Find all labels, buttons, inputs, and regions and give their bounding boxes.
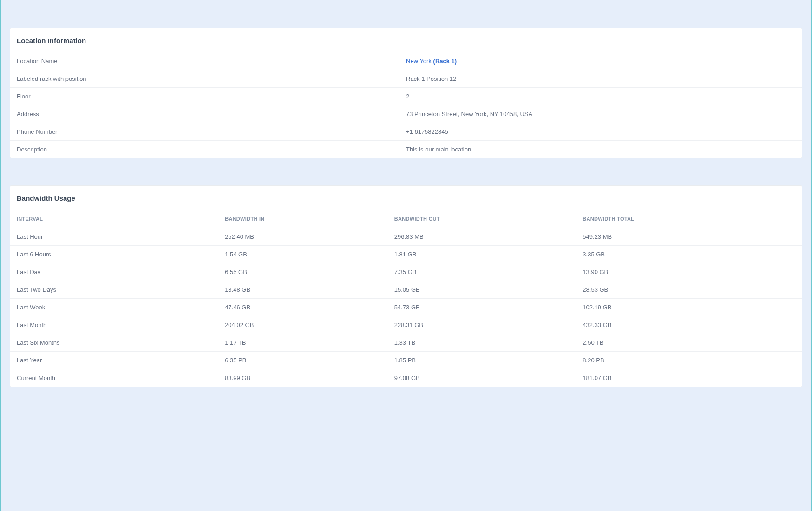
description-value: This is our main location <box>406 141 802 158</box>
bw-cell-out: 97.08 GB <box>388 369 576 387</box>
bandwidth-table: INTERVAL BANDWIDTH IN BANDWIDTH OUT BAND… <box>10 210 802 387</box>
header-interval: INTERVAL <box>10 210 218 228</box>
location-row: Address 73 Princeton Street, New York, N… <box>10 105 802 123</box>
bw-cell-in: 204.02 GB <box>218 316 388 334</box>
header-in: BANDWIDTH IN <box>218 210 388 228</box>
bw-cell-interval: Last Year <box>10 352 218 369</box>
address-value: 73 Princeton Street, New York, NY 10458,… <box>406 105 802 123</box>
bw-cell-interval: Last 6 Hours <box>10 246 218 263</box>
location-name-value: New York (Rack 1) <box>406 52 802 70</box>
floor-label: Floor <box>10 88 406 105</box>
labeled-rack-value: Rack 1 Position 12 <box>406 70 802 87</box>
bw-cell-total: 13.90 GB <box>576 263 802 281</box>
location-name-link[interactable]: New York <box>406 58 432 65</box>
bw-cell-interval: Last Week <box>10 299 218 316</box>
bw-cell-total: 432.33 GB <box>576 316 802 334</box>
bw-cell-out: 1.81 GB <box>388 246 576 263</box>
header-total: BANDWIDTH TOTAL <box>576 210 802 228</box>
bw-cell-in: 47.46 GB <box>218 299 388 316</box>
bw-cell-interval: Last Six Months <box>10 334 218 351</box>
table-row: Last 6 Hours1.54 GB1.81 GB3.35 GB <box>10 246 802 263</box>
location-row: Labeled rack with position Rack 1 Positi… <box>10 70 802 88</box>
table-row: Last Day6.55 GB7.35 GB13.90 GB <box>10 263 802 281</box>
bw-cell-interval: Current Month <box>10 369 218 387</box>
table-row: Last Month204.02 GB228.31 GB432.33 GB <box>10 316 802 334</box>
bw-cell-out: 1.85 PB <box>388 352 576 369</box>
location-name-label: Location Name <box>10 52 406 70</box>
bw-cell-out: 7.35 GB <box>388 263 576 281</box>
bw-cell-in: 1.17 TB <box>218 334 388 351</box>
bw-cell-interval: Last Month <box>10 316 218 334</box>
bw-cell-out: 15.05 GB <box>388 281 576 298</box>
bandwidth-panel-title: Bandwidth Usage <box>17 194 795 202</box>
labeled-rack-label: Labeled rack with position <box>10 70 406 87</box>
header-out: BANDWIDTH OUT <box>388 210 576 228</box>
address-label: Address <box>10 105 406 123</box>
bw-cell-out: 1.33 TB <box>388 334 576 351</box>
location-info-table: Location Name New York (Rack 1) Labeled … <box>10 52 802 158</box>
bw-cell-total: 28.53 GB <box>576 281 802 298</box>
bw-cell-out: 228.31 GB <box>388 316 576 334</box>
bw-cell-total: 3.35 GB <box>576 246 802 263</box>
table-row: Last Year6.35 PB1.85 PB8.20 PB <box>10 352 802 369</box>
bw-cell-interval: Last Day <box>10 263 218 281</box>
bw-cell-interval: Last Hour <box>10 228 218 245</box>
floor-value: 2 <box>406 88 802 105</box>
table-row: Last Six Months1.17 TB1.33 TB2.50 TB <box>10 334 802 352</box>
table-row: Last Two Days13.48 GB15.05 GB28.53 GB <box>10 281 802 299</box>
bw-cell-total: 549.23 MB <box>576 228 802 245</box>
bw-cell-out: 296.83 MB <box>388 228 576 245</box>
bw-cell-total: 8.20 PB <box>576 352 802 369</box>
table-row: Current Month83.99 GB97.08 GB181.07 GB <box>10 369 802 387</box>
phone-value: +1 6175822845 <box>406 123 802 140</box>
phone-label: Phone Number <box>10 123 406 140</box>
bw-cell-total: 102.19 GB <box>576 299 802 316</box>
location-row: Phone Number +1 6175822845 <box>10 123 802 141</box>
bw-cell-interval: Last Two Days <box>10 281 218 298</box>
rack-link[interactable]: (Rack 1) <box>433 58 457 65</box>
location-row: Location Name New York (Rack 1) <box>10 52 802 70</box>
location-panel-title: Location Information <box>17 37 795 45</box>
bw-cell-total: 181.07 GB <box>576 369 802 387</box>
table-row: Last Hour252.40 MB296.83 MB549.23 MB <box>10 228 802 246</box>
bandwidth-panel-header: Bandwidth Usage <box>10 186 802 210</box>
bw-cell-in: 1.54 GB <box>218 246 388 263</box>
bw-cell-in: 83.99 GB <box>218 369 388 387</box>
bw-cell-in: 6.35 PB <box>218 352 388 369</box>
location-row: Description This is our main location <box>10 141 802 158</box>
location-row: Floor 2 <box>10 88 802 105</box>
bw-cell-in: 252.40 MB <box>218 228 388 245</box>
location-information-panel: Location Information Location Name New Y… <box>10 28 802 158</box>
bandwidth-header-row: INTERVAL BANDWIDTH IN BANDWIDTH OUT BAND… <box>10 210 802 228</box>
bw-cell-total: 2.50 TB <box>576 334 802 351</box>
bandwidth-usage-panel: Bandwidth Usage INTERVAL BANDWIDTH IN BA… <box>10 185 802 387</box>
bw-cell-in: 6.55 GB <box>218 263 388 281</box>
bw-cell-out: 54.73 GB <box>388 299 576 316</box>
location-panel-header: Location Information <box>10 28 802 52</box>
description-label: Description <box>10 141 406 158</box>
table-row: Last Week47.46 GB54.73 GB102.19 GB <box>10 299 802 316</box>
bw-cell-in: 13.48 GB <box>218 281 388 298</box>
